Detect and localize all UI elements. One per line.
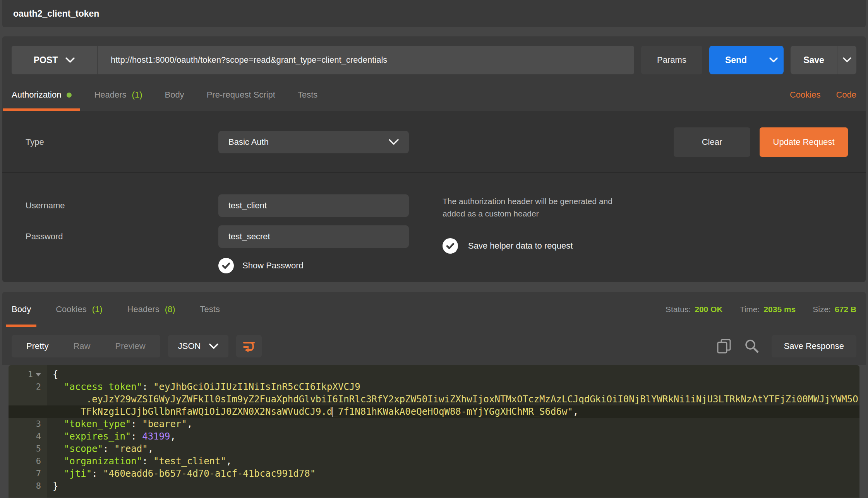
code-line: 6 "organization": "test_client", xyxy=(9,455,859,467)
code-text: "organization": "test_client", xyxy=(47,455,232,467)
tab-pre-request-script[interactable]: Pre-request Script xyxy=(207,79,275,111)
update-request-button[interactable]: Update Request xyxy=(760,127,848,157)
code-line: 4 "expires_in": 43199, xyxy=(9,430,859,443)
request-tabs-links: Cookies Code xyxy=(790,90,856,100)
line-number xyxy=(9,405,47,418)
type-label: Type xyxy=(26,137,218,147)
username-field[interactable]: test_client xyxy=(218,194,409,217)
format-value: JSON xyxy=(178,341,201,351)
send-button[interactable]: Send xyxy=(709,46,763,74)
tab-label: Tests xyxy=(298,90,317,100)
method-label: POST xyxy=(34,55,58,65)
save-button[interactable]: Save xyxy=(791,46,837,74)
code-line: TFkNzgiLCJjbGllbnRfaWQiOiJ0ZXN0X2NsaWVud… xyxy=(9,405,859,418)
response-panel: BodyCookies(1)Headers(8)Tests Status: 20… xyxy=(2,292,866,498)
password-field[interactable]: test_secret xyxy=(218,225,409,248)
fold-toggle-icon[interactable] xyxy=(36,373,41,376)
code-text: .eyJzY29wZSI6WyJyZWFkIl0sIm9yZ2FuaXphdGl… xyxy=(47,393,858,405)
tab-label: Cookies xyxy=(56,304,86,314)
save-response-button[interactable]: Save Response xyxy=(772,335,856,357)
response-tabs: BodyCookies(1)Headers(8)Tests xyxy=(12,292,245,327)
url-input[interactable]: http://host1:8000/oauth/token?scope=read… xyxy=(98,46,634,74)
view-mode-raw[interactable]: Raw xyxy=(61,341,103,351)
show-password-label: Show Password xyxy=(242,261,304,271)
request-panel: POST http://host1:8000/oauth/token?scope… xyxy=(2,36,866,282)
auth-type-row: Type Basic Auth Clear Update Request xyxy=(2,111,866,172)
code-line: 1{ xyxy=(9,368,859,381)
status-badge: Status: 200 OK xyxy=(666,305,723,314)
send-options-button[interactable] xyxy=(763,46,784,74)
request-title: oauth2_client_token xyxy=(13,9,99,19)
chevron-down-icon xyxy=(65,57,75,63)
url-row: POST http://host1:8000/oauth/token?scope… xyxy=(2,36,866,79)
view-mode-pretty[interactable]: Pretty xyxy=(14,341,61,351)
method-url-bar: POST http://host1:8000/oauth/token?scope… xyxy=(12,46,634,74)
line-number xyxy=(9,393,47,405)
password-label: Password xyxy=(26,232,218,242)
clear-button[interactable]: Clear xyxy=(674,127,750,157)
response-tabs-row: BodyCookies(1)Headers(8)Tests Status: 20… xyxy=(2,292,866,327)
code-line: .eyJzY29wZSI6WyJyZWFkIl0sIm9yZ2FuaXphdGl… xyxy=(9,393,859,405)
tab-tests[interactable]: Tests xyxy=(200,292,220,327)
tab-body[interactable]: Body xyxy=(165,79,184,111)
tab-headers[interactable]: Headers(1) xyxy=(94,79,142,111)
tab-label: Headers xyxy=(127,304,160,314)
response-body-editor[interactable]: 1{2 "access_token": "eyJhbGciOiJIUzI1NiI… xyxy=(9,365,859,498)
postman-window: oauth2_client_token POST http://host1:80… xyxy=(0,0,868,498)
save-helper-label: Save helper data to request xyxy=(468,241,573,251)
save-options-button[interactable] xyxy=(837,46,856,74)
auth-type-select[interactable]: Basic Auth xyxy=(218,131,409,153)
format-select[interactable]: JSON xyxy=(168,335,229,357)
wrap-text-icon xyxy=(242,339,256,353)
params-button[interactable]: Params xyxy=(641,46,702,74)
tab-body[interactable]: Body xyxy=(12,292,31,327)
code-line: 3 "token_type": "bearer", xyxy=(9,418,859,430)
code-line: 8} xyxy=(9,480,859,492)
show-password-checkbox[interactable]: Show Password xyxy=(218,258,443,273)
code-line: 2 "access_token": "eyJhbGciOiJIUzI1NiIsI… xyxy=(9,381,859,393)
response-status-group: Status: 200 OK Time: 2035 ms Size: 672 B xyxy=(666,305,856,314)
wrap-text-button[interactable] xyxy=(236,335,262,357)
line-number: 2 xyxy=(9,381,47,393)
copy-icon xyxy=(716,338,732,354)
tab-headers[interactable]: Headers(8) xyxy=(127,292,175,327)
credentials-area: Username test_client Password test_secre… xyxy=(2,173,866,282)
code-text: "token_type": "bearer", xyxy=(47,418,192,430)
line-number: 6 xyxy=(9,455,47,467)
code-text: "access_token": "eyJhbGciOiJIUzI1NiIsInR… xyxy=(47,381,360,393)
tab-cookies[interactable]: Cookies(1) xyxy=(56,292,102,327)
request-tabs: AuthorizationHeaders(1)BodyPre-request S… xyxy=(12,79,340,111)
checked-icon xyxy=(218,258,234,273)
save-button-group: Save xyxy=(791,46,856,74)
code-link[interactable]: Code xyxy=(836,90,856,100)
copy-response-button[interactable] xyxy=(716,338,732,354)
tab-label: Tests xyxy=(200,304,220,314)
username-label: Username xyxy=(26,201,218,211)
view-mode-preview[interactable]: Preview xyxy=(103,341,158,351)
code-text: TFkNzgiLCJjbGllbnRfaWQiOiJ0ZXN0X2NsaWVud… xyxy=(47,405,578,418)
request-tabs-row: AuthorizationHeaders(1)BodyPre-request S… xyxy=(2,79,866,111)
save-helper-checkbox[interactable]: Save helper data to request xyxy=(443,238,848,254)
auth-helper-note: The authorization header will be generat… xyxy=(443,195,628,220)
code-text: "scope": "read", xyxy=(47,443,153,455)
search-response-button[interactable] xyxy=(744,338,760,354)
cookies-link[interactable]: Cookies xyxy=(790,90,820,100)
line-number: 1 xyxy=(9,368,47,381)
chevron-down-icon xyxy=(389,139,399,145)
code-text: "jti": "460eadd6-b657-4d70-a1cf-41bcac99… xyxy=(47,467,316,480)
view-mode-switcher: PrettyRawPreview xyxy=(12,335,160,357)
line-number: 8 xyxy=(9,480,47,492)
tab-label: Body xyxy=(165,90,184,100)
line-number: 7 xyxy=(9,467,47,480)
code-line: 7 "jti": "460eadd6-b657-4d70-a1cf-41bcac… xyxy=(9,467,859,480)
tab-label: Headers xyxy=(94,90,126,100)
tab-authorization[interactable]: Authorization xyxy=(12,79,72,111)
code-text: } xyxy=(47,480,58,492)
search-icon xyxy=(744,338,760,354)
tab-tests[interactable]: Tests xyxy=(298,79,317,111)
method-dropdown[interactable]: POST xyxy=(12,46,98,74)
chevron-down-icon xyxy=(209,343,218,349)
send-button-group: Send xyxy=(709,46,784,74)
tab-count-badge: (1) xyxy=(132,90,142,100)
auth-type-value: Basic Auth xyxy=(228,137,269,147)
